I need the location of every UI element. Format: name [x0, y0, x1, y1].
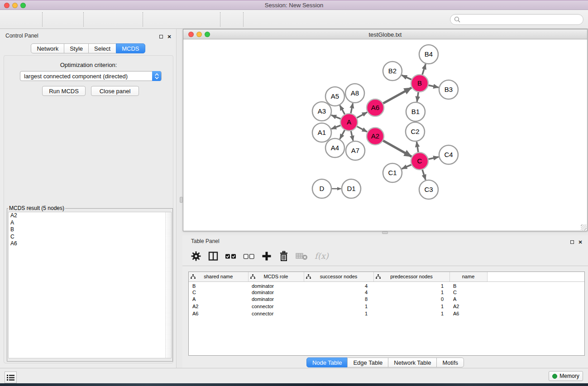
table-cell[interactable]: dominator [248, 289, 304, 296]
import-table-button[interactable] [63, 11, 81, 28]
export-image-button[interactable] [122, 11, 140, 28]
table-cell[interactable]: A2 [449, 303, 487, 310]
table-cell[interactable]: 8 [304, 295, 373, 303]
table-cell[interactable]: dominator [248, 295, 304, 303]
close-panel-button[interactable]: ✕ [166, 32, 172, 38]
close-table-panel-button[interactable]: ✕ [577, 238, 583, 244]
zoom-out-button[interactable] [163, 11, 182, 28]
table-cell[interactable]: 0 [373, 295, 449, 303]
table-cell[interactable]: A6 [449, 310, 487, 317]
tab-network[interactable]: Network [31, 43, 64, 53]
table-cell[interactable]: 1 [304, 303, 373, 310]
graph-node-B[interactable]: B [411, 75, 428, 92]
unselect-all-columns-button[interactable] [243, 249, 255, 263]
select-all-columns-button[interactable] [225, 249, 237, 263]
table-cell[interactable]: 4 [304, 289, 373, 296]
run-mcds-button[interactable]: Run MCDS [42, 86, 86, 96]
graph-node-A5[interactable]: A5 [325, 87, 344, 106]
table-row[interactable]: Bdominator41B [189, 281, 584, 289]
float-table-panel-button[interactable] [569, 238, 575, 244]
table-cell[interactable]: 1 [373, 289, 449, 296]
graph-node-A2[interactable]: A2 [367, 128, 384, 145]
graph-node-A4[interactable]: A4 [325, 138, 344, 157]
search-input[interactable] [460, 15, 579, 24]
graph-node-A6[interactable]: A6 [367, 99, 384, 116]
column-header-mcds-role[interactable]: MCDS role [248, 272, 304, 281]
graph-node-B2[interactable]: B2 [383, 62, 402, 81]
result-item[interactable]: C [9, 234, 171, 241]
graph-node-C4[interactable]: C4 [439, 145, 458, 164]
open-session-button[interactable] [4, 11, 22, 28]
import-network-button[interactable] [45, 11, 63, 28]
graph-node-C2[interactable]: C2 [406, 122, 425, 141]
column-header-successor-nodes[interactable]: successor nodes [304, 272, 373, 281]
graph-node-A[interactable]: A [340, 114, 358, 131]
node-table[interactable]: shared nameMCDS rolesuccessor nodesprede… [188, 272, 585, 356]
show-column-button[interactable] [208, 249, 219, 263]
table-row[interactable]: Adominator80A [189, 295, 584, 303]
table-cell[interactable]: A2 [189, 303, 248, 310]
task-history-button[interactable] [5, 372, 17, 383]
tab-edge-table[interactable]: Edge Table [347, 357, 388, 367]
save-session-button[interactable] [22, 11, 40, 28]
graph-node-B1[interactable]: B1 [406, 102, 425, 121]
result-scrollbar[interactable] [165, 212, 171, 358]
show-all-button[interactable] [300, 11, 318, 28]
graph-node-B4[interactable]: B4 [419, 45, 438, 64]
table-cell[interactable]: A [449, 295, 487, 303]
table-options-button[interactable] [191, 249, 201, 263]
graph-node-C3[interactable]: C3 [419, 180, 438, 199]
graph-node-C1[interactable]: C1 [383, 163, 402, 182]
zoom-selected-button[interactable] [200, 11, 218, 28]
table-cell[interactable]: C [189, 289, 248, 296]
tab-mcds[interactable]: MCDS [116, 43, 145, 53]
tab-network-table[interactable]: Network Table [388, 357, 437, 367]
result-item[interactable]: A6 [9, 240, 171, 248]
table-cell[interactable]: 1 [373, 281, 449, 289]
table-cell[interactable]: C [449, 289, 487, 296]
table-cell[interactable]: 4 [304, 281, 373, 289]
table-cell[interactable]: B [189, 281, 248, 289]
zoom-fit-button[interactable] [182, 11, 200, 28]
table-cell[interactable]: A [189, 295, 248, 303]
result-item[interactable]: A [9, 219, 171, 227]
result-item[interactable]: B [9, 226, 171, 234]
table-cell[interactable]: dominator [248, 281, 304, 289]
column-header-shared-name[interactable]: shared name [189, 272, 248, 281]
column-header-name[interactable]: name [449, 272, 487, 281]
network-graph[interactable]: B4B2B3A8A5A3B1A1C2A4A7C4C1C3DD1BA6AA2C [183, 39, 587, 231]
apply-layout-button[interactable] [223, 11, 241, 28]
zoom-in-button[interactable] [145, 11, 163, 28]
criterion-select[interactable]: largest connected component (directed) [20, 71, 162, 81]
first-neighbors-button[interactable] [264, 11, 282, 28]
graph-node-A1[interactable]: A1 [312, 123, 331, 142]
function-builder-button[interactable]: f(x) [315, 251, 329, 261]
clone-network-button[interactable] [246, 11, 264, 28]
table-cell[interactable]: B [449, 281, 487, 289]
delete-columns-button[interactable] [278, 249, 289, 263]
table-cell[interactable]: A6 [189, 310, 248, 317]
export-network-button[interactable] [86, 11, 104, 28]
graph-node-A8[interactable]: A8 [345, 84, 364, 103]
table-cell[interactable]: 1 [373, 310, 449, 317]
delete-table-button[interactable] [296, 249, 308, 263]
graph-node-A3[interactable]: A3 [312, 102, 331, 121]
window-resize-grip[interactable] [581, 224, 587, 230]
graph-node-A7[interactable]: A7 [346, 141, 365, 160]
result-item[interactable]: A2 [9, 212, 171, 219]
table-cell[interactable]: 1 [373, 303, 449, 310]
canvas-horizontal-scrollbar[interactable] [382, 231, 388, 234]
hide-selected-button[interactable] [282, 11, 300, 28]
mcds-result-list[interactable]: A2ABCA6 [8, 212, 172, 358]
network-canvas[interactable]: B4B2B3A8A5A3B1A1C2A4A7C4C1C3DD1BA6AA2C [183, 39, 587, 231]
column-header-predecessor-nodes[interactable]: predecessor nodes [373, 272, 449, 281]
table-cell[interactable]: connector [248, 310, 304, 317]
tab-node-table[interactable]: Node Table [306, 357, 348, 367]
table-row[interactable]: A6connector11A6 [189, 310, 584, 317]
table-row[interactable]: Cdominator41C [189, 289, 584, 296]
graph-node-D[interactable]: D [312, 179, 331, 198]
graph-node-C[interactable]: C [411, 152, 428, 170]
close-panel-action-button[interactable]: Close panel [91, 86, 139, 96]
table-row[interactable]: A2connector11A2 [189, 303, 584, 310]
memory-button[interactable]: Memory [549, 371, 583, 381]
